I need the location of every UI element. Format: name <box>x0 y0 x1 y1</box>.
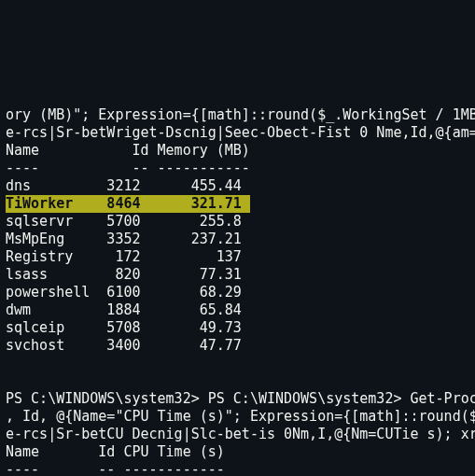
table-row: lsass 820 77.31 <box>6 266 242 283</box>
terminal-output: ory (MB)"; Expression={[math]::round($_.… <box>0 89 475 476</box>
table-row: svchost 3400 47.77 <box>6 337 242 354</box>
prompt-line: PS C:\WINDOWS\system32> PS C:\WINDOWS\sy… <box>6 390 475 407</box>
cmd-line: ory (MB)"; Expression={[math]::round($_.… <box>6 106 475 123</box>
table-row: dwm 1884 65.84 <box>6 301 242 318</box>
cmd-line: e-rcs|Sr-betWriget-Dscnig|Seec-Obect-Fis… <box>6 124 475 141</box>
prompt-line: e-rcs|Sr-betCU Decnig|Slc-bet-is 0Nm,I,@… <box>6 426 475 442</box>
table-row: TiWorker 8464 321.71 <box>6 195 250 212</box>
table-row: MsMpEng 3352 237.21 <box>6 231 242 247</box>
table-header: Name Id Memory (MB) <box>6 142 250 159</box>
table-row: powershell 6100 68.29 <box>6 284 242 301</box>
table-row: sqlservr 5700 255.8 <box>6 213 242 230</box>
table-divider: ---- -- ------------ <box>6 461 225 476</box>
table-row: Registry 172 137 <box>6 248 242 265</box>
prompt-line: , Id, @{Name="CPU Time (s)"; Expression=… <box>6 408 475 425</box>
table-row: sqlceip 5708 49.73 <box>6 319 242 336</box>
table-divider: ---- -- ----------- <box>6 160 250 176</box>
table-header: Name Id CPU Time (s) <box>6 443 225 460</box>
table-row: dns 3212 455.44 <box>6 177 242 194</box>
